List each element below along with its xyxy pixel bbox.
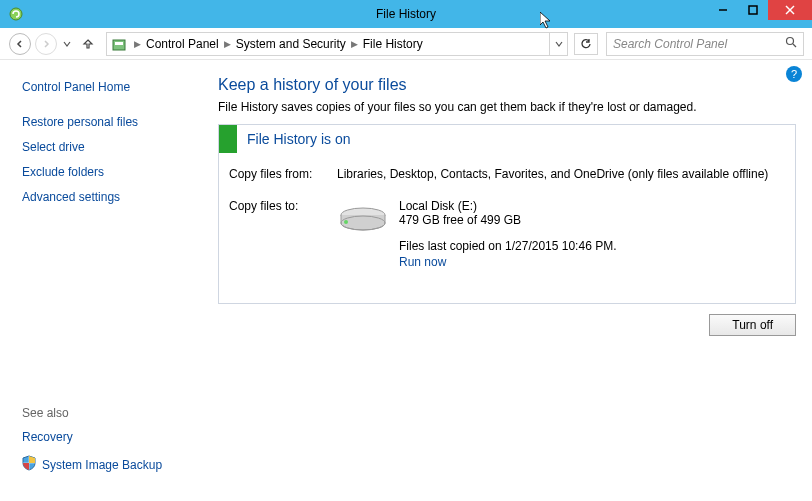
content-area: ? Control Panel Home Restore personal fi…: [0, 60, 812, 501]
drive-icon: [337, 201, 389, 237]
back-button[interactable]: [8, 32, 32, 56]
drive-name: Local Disk (E:): [399, 199, 616, 213]
navbar: ▶ Control Panel ▶ System and Security ▶ …: [0, 28, 812, 60]
see-also-section: See also Recovery System Image Backup: [22, 406, 162, 483]
last-copied-text: Files last copied on 1/27/2015 10:46 PM.: [399, 239, 616, 253]
svg-rect-2: [749, 6, 757, 14]
titlebar: File History: [0, 0, 812, 28]
svg-line-8: [793, 44, 796, 47]
page-subtext: File History saves copies of your files …: [218, 100, 796, 114]
shield-icon: [22, 455, 36, 474]
breadcrumb-item[interactable]: System and Security: [236, 37, 346, 51]
sidebar: Control Panel Home Restore personal file…: [0, 60, 208, 501]
restore-files-link[interactable]: Restore personal files: [22, 115, 208, 129]
up-button[interactable]: [76, 32, 100, 56]
recovery-link[interactable]: Recovery: [22, 430, 162, 444]
breadcrumb-item[interactable]: File History: [363, 37, 423, 51]
address-bar[interactable]: ▶ Control Panel ▶ System and Security ▶ …: [106, 32, 568, 56]
svg-point-0: [10, 8, 22, 20]
select-drive-link[interactable]: Select drive: [22, 140, 208, 154]
location-icon: [111, 36, 127, 52]
run-now-link[interactable]: Run now: [399, 255, 446, 269]
chevron-right-icon[interactable]: ▶: [131, 39, 144, 49]
search-icon[interactable]: [785, 36, 797, 51]
button-row: Turn off: [218, 314, 796, 336]
svg-point-7: [787, 38, 794, 45]
exclude-folders-link[interactable]: Exclude folders: [22, 165, 208, 179]
status-indicator-bar: [219, 125, 237, 153]
copy-to-label: Copy files to:: [229, 199, 337, 269]
address-dropdown[interactable]: [549, 33, 567, 55]
copy-from-value: Libraries, Desktop, Contacts, Favorites,…: [337, 167, 785, 181]
svg-rect-6: [115, 42, 123, 45]
page-title: Keep a history of your files: [218, 76, 796, 94]
help-icon[interactable]: ?: [786, 66, 802, 82]
main-panel: Keep a history of your files File Histor…: [208, 60, 812, 501]
window-buttons: [708, 0, 812, 20]
see-also-header: See also: [22, 406, 162, 420]
refresh-button[interactable]: [574, 33, 598, 55]
maximize-button[interactable]: [738, 0, 768, 20]
search-input[interactable]: Search Control Panel: [606, 32, 804, 56]
minimize-button[interactable]: [708, 0, 738, 20]
status-box: File History is on Copy files from: Libr…: [218, 124, 796, 304]
svg-point-11: [344, 220, 348, 224]
status-title: File History is on: [237, 131, 350, 147]
control-panel-home-link[interactable]: Control Panel Home: [22, 80, 208, 94]
chevron-right-icon[interactable]: ▶: [348, 39, 361, 49]
close-button[interactable]: [768, 0, 812, 20]
copy-from-label: Copy files from:: [229, 167, 337, 181]
system-image-backup-link[interactable]: System Image Backup: [42, 458, 162, 472]
advanced-settings-link[interactable]: Advanced settings: [22, 190, 208, 204]
window-title: File History: [376, 7, 436, 21]
turn-off-button[interactable]: Turn off: [709, 314, 796, 336]
app-icon: [8, 6, 24, 22]
drive-free-space: 479 GB free of 499 GB: [399, 213, 616, 227]
status-header: File History is on: [219, 125, 795, 153]
recent-locations-dropdown[interactable]: [60, 32, 74, 56]
breadcrumb: ▶ Control Panel ▶ System and Security ▶ …: [107, 36, 549, 52]
forward-button[interactable]: [34, 32, 58, 56]
search-placeholder: Search Control Panel: [613, 37, 785, 51]
status-body: Copy files from: Libraries, Desktop, Con…: [219, 153, 795, 303]
breadcrumb-item[interactable]: Control Panel: [146, 37, 219, 51]
chevron-right-icon[interactable]: ▶: [221, 39, 234, 49]
